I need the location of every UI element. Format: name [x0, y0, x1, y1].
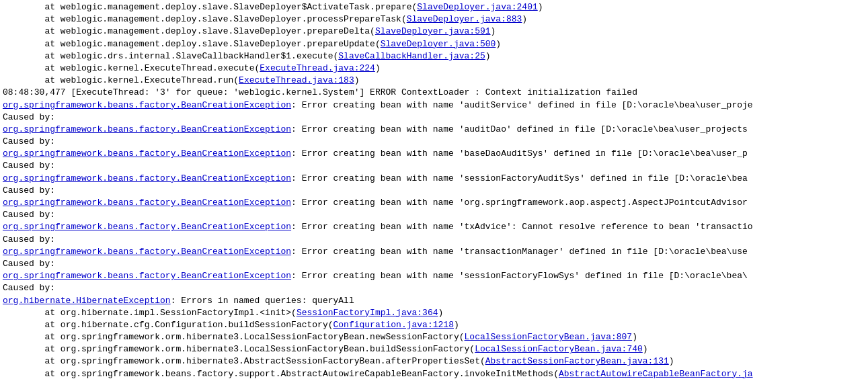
stack-link[interactable]: LocalSessionFactoryBean.java:740: [475, 344, 643, 354]
log-line: org.springframework.beans.factory.BeanCr…: [3, 246, 865, 258]
log-line: Caused by:: [3, 136, 865, 148]
log-line: at org.springframework.orm.hibernate3.Lo…: [3, 331, 865, 343]
log-line: at weblogic.management.deploy.slave.Slav…: [3, 1, 865, 13]
stack-link[interactable]: ExecuteThread.java:183: [239, 75, 354, 85]
exception-link[interactable]: org.springframework.beans.factory.BeanCr…: [3, 124, 291, 134]
stack-link[interactable]: SlaveDeployer.java:591: [375, 26, 491, 36]
exception-link[interactable]: org.springframework.beans.factory.BeanCr…: [3, 271, 291, 281]
log-line: Caused by:: [3, 234, 865, 246]
log-line: at weblogic.kernel.ExecuteThread.execute…: [3, 62, 865, 75]
stack-link[interactable]: SlaveDeployer.java:500: [381, 39, 496, 49]
log-line: at org.springframework.orm.hibernate3.Ab…: [3, 355, 865, 368]
log-line: org.springframework.beans.factory.BeanCr…: [3, 197, 865, 209]
log-line: at org.hibernate.impl.SessionFactoryImpl…: [3, 307, 865, 319]
exception-link[interactable]: org.hibernate.HibernateException: [3, 296, 171, 306]
stack-link[interactable]: SlaveDeployer.java:883: [407, 14, 522, 24]
stack-link[interactable]: ExecuteThread.java:224: [260, 63, 375, 73]
log-line: at weblogic.management.deploy.slave.Slav…: [3, 38, 865, 50]
log-line: at org.hibernate.cfg.Configuration.build…: [3, 319, 865, 331]
log-line: at weblogic.management.deploy.slave.Slav…: [3, 26, 865, 38]
stack-link[interactable]: AbstractSessionFactoryBean.java:131: [485, 356, 669, 366]
exception-link[interactable]: org.springframework.beans.factory.BeanCr…: [3, 222, 291, 232]
log-line: Caused by:: [3, 282, 865, 294]
stack-link[interactable]: LocalSessionFactoryBean.java:807: [465, 332, 633, 342]
log-line: at weblogic.management.deploy.slave.Slav…: [3, 13, 865, 26]
log-container[interactable]: at weblogic.management.deploy.slave.Slav…: [0, 0, 868, 385]
stack-link[interactable]: SlaveCallbackHandler.java:25: [338, 51, 485, 61]
log-line: Caused by:: [3, 160, 865, 172]
log-line: Caused by:: [3, 258, 865, 270]
log-line: Caused by:: [3, 112, 865, 124]
stack-link[interactable]: SessionFactoryImpl.java:364: [297, 308, 438, 318]
log-line: org.springframework.beans.factory.BeanCr…: [3, 99, 865, 112]
exception-link[interactable]: org.springframework.beans.factory.BeanCr…: [3, 247, 291, 257]
log-line: Caused by:: [3, 209, 865, 221]
exception-link[interactable]: org.springframework.beans.factory.BeanCr…: [3, 198, 291, 208]
log-line: at org.springframework.beans.factory.sup…: [3, 368, 865, 380]
log-line: at weblogic.drs.internal.SlaveCallbackHa…: [3, 50, 865, 62]
log-line: org.springframework.beans.factory.BeanCr…: [3, 270, 865, 282]
log-line: org.springframework.beans.factory.BeanCr…: [3, 148, 865, 160]
log-line: org.springframework.beans.factory.BeanCr…: [3, 124, 865, 136]
stack-link[interactable]: SlaveDeployer.java:2401: [417, 2, 537, 12]
stack-link[interactable]: AbstractAutowireCapableBeanFactory.ja: [559, 369, 753, 379]
exception-link[interactable]: org.springframework.beans.factory.BeanCr…: [3, 100, 291, 110]
exception-link[interactable]: org.springframework.beans.factory.BeanCr…: [3, 173, 291, 183]
log-line: Caused by:: [3, 185, 865, 197]
log-line: org.hibernate.HibernateException: Errors…: [3, 295, 865, 307]
exception-link[interactable]: org.springframework.beans.factory.BeanCr…: [3, 148, 291, 159]
log-line: at org.springframework.orm.hibernate3.Lo…: [3, 343, 865, 355]
stack-link[interactable]: Configuration.java:1218: [333, 320, 454, 330]
log-line: 08:48:30,477 [ExecuteThread: '3' for que…: [3, 87, 865, 99]
log-line: at weblogic.kernel.ExecuteThread.run(Exe…: [3, 75, 865, 87]
log-line: org.springframework.beans.factory.BeanCr…: [3, 221, 865, 233]
log-line: org.springframework.beans.factory.BeanCr…: [3, 173, 865, 185]
